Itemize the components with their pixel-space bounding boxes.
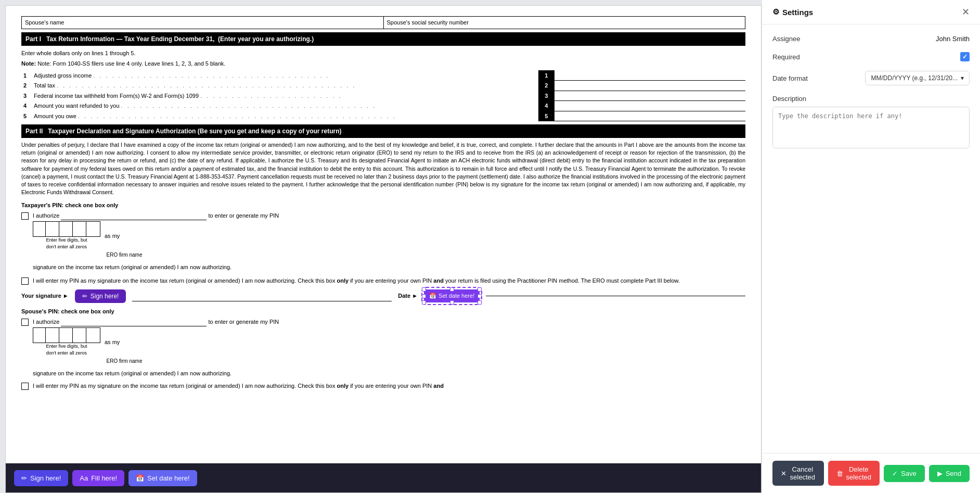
required-row: Required bbox=[772, 52, 970, 61]
pin-box[interactable] bbox=[60, 328, 73, 343]
settings-panel: ⚙ Settings ✕ Assignee John Smith Require… bbox=[762, 0, 980, 493]
required-label: Required bbox=[772, 53, 800, 61]
handle-ml[interactable] bbox=[422, 294, 426, 298]
toolbar-sign-button[interactable]: ✏ Sign here! bbox=[14, 470, 68, 486]
toolbar-sign-label: Sign here! bbox=[30, 474, 61, 482]
sig-line-text-1: signature on the income tax return (orig… bbox=[33, 263, 745, 272]
pin-checkbox-1[interactable] bbox=[21, 212, 29, 220]
sign-here-button[interactable]: ✏ Sign here! bbox=[75, 289, 126, 303]
toolbar-date-button[interactable]: 📅 Set date here! bbox=[128, 470, 197, 486]
toolbar-fill-label: Fill here! bbox=[91, 474, 117, 482]
pin-boxes-area-1: Enter five digits, but don't enter all z… bbox=[33, 221, 100, 251]
assignee-value: John Smith bbox=[936, 35, 970, 43]
date-line bbox=[486, 296, 745, 296]
bottom-toolbar: ✏ Sign here! Aa Fill here! 📅 Set date he… bbox=[6, 463, 761, 492]
declaration-text: Under penalties of perjury, I declare th… bbox=[21, 141, 745, 197]
spouse-ssn-label: Spouse's social security number bbox=[387, 19, 469, 26]
spouse-pin-boxes bbox=[33, 327, 100, 343]
instructions: Enter whole dollars only on lines 1 thro… bbox=[21, 49, 745, 58]
pin-checkbox-2[interactable] bbox=[21, 277, 29, 285]
handle-tl[interactable] bbox=[422, 287, 426, 292]
pin-box[interactable] bbox=[87, 222, 100, 236]
trash-icon: 🗑 bbox=[836, 470, 843, 477]
pin-boxes-1 bbox=[33, 221, 100, 237]
table-row: 5 Amount you owe . . . . . . . . . . . .… bbox=[21, 111, 745, 121]
description-section: Description bbox=[772, 95, 970, 150]
pin-box[interactable] bbox=[74, 328, 86, 343]
description-textarea[interactable] bbox=[772, 107, 970, 148]
part1-header: Part I Tax Return Information — Tax Year… bbox=[21, 32, 745, 46]
settings-title-text: Settings bbox=[782, 8, 813, 17]
pin-note-1: Enter five digits, but don't enter all z… bbox=[41, 237, 93, 251]
handle-bm[interactable] bbox=[450, 300, 454, 305]
assignee-row: Assignee John Smith bbox=[772, 35, 970, 43]
pin-box[interactable] bbox=[74, 222, 86, 236]
handle-mr[interactable] bbox=[478, 294, 482, 298]
spouse-name-cell: Spouse's name bbox=[22, 17, 384, 29]
date-format-value: MM/DD/YYYY (e.g., 12/31/20... bbox=[871, 74, 958, 82]
cancel-selected-button[interactable]: ✕ Cancel selected bbox=[772, 461, 824, 486]
toolbar-calendar-icon: 📅 bbox=[136, 474, 144, 482]
handle-tm[interactable] bbox=[450, 287, 454, 292]
i-authorize-text: I authorize bbox=[33, 212, 59, 219]
send-label: Send bbox=[946, 470, 961, 477]
send-button[interactable]: ▶ Send bbox=[929, 465, 970, 482]
to-enter-pin: to enter or generate my PIN bbox=[209, 212, 279, 219]
ero-label-1: ERO firm name bbox=[51, 251, 197, 259]
handle-br[interactable] bbox=[478, 300, 482, 305]
pencil-icon: ✏ bbox=[82, 293, 87, 300]
toolbar-date-label: Set date here! bbox=[147, 474, 190, 482]
handle-tr[interactable] bbox=[478, 287, 482, 292]
gear-icon: ⚙ bbox=[772, 7, 779, 17]
date-format-select[interactable]: MM/DD/YYYY (e.g., 12/31/20... ▾ bbox=[865, 71, 970, 85]
sign-here-label: Sign here! bbox=[91, 293, 119, 300]
part1-label: Part I bbox=[25, 34, 41, 44]
pin-box[interactable] bbox=[47, 328, 59, 343]
cancel-x-icon: ✕ bbox=[781, 470, 786, 477]
settings-title: ⚙ Settings bbox=[772, 7, 813, 17]
save-label: Save bbox=[901, 470, 917, 477]
spouse-i-authorize: I authorize bbox=[33, 319, 59, 325]
spouse-ero-line bbox=[61, 326, 207, 326]
spouse-pin-checkbox-1[interactable] bbox=[21, 319, 29, 326]
document-area: Spouse's name Spouse's social security n… bbox=[5, 5, 762, 493]
date-format-label: Date format bbox=[772, 74, 808, 82]
spouse-pin-title: Spouse's PIN: check one box only bbox=[21, 307, 745, 316]
spouse-as-my: as my bbox=[105, 338, 120, 347]
part1-subtitle: (Enter year you are authorizing.) bbox=[218, 34, 314, 44]
send-arrow-icon: ▶ bbox=[937, 470, 943, 477]
spouse-pin-checkbox-2[interactable] bbox=[21, 383, 29, 390]
save-check-icon: ✓ bbox=[892, 470, 898, 477]
delete-selected-button[interactable]: 🗑 Delete selected bbox=[828, 461, 880, 486]
pin-box[interactable] bbox=[33, 222, 46, 236]
assignee-label: Assignee bbox=[772, 35, 800, 43]
pin-box[interactable] bbox=[33, 328, 46, 343]
part2-label: Part II bbox=[25, 127, 43, 136]
chevron-down-icon: ▾ bbox=[961, 74, 964, 82]
pin-box[interactable] bbox=[60, 222, 73, 236]
cancel-selected-label: Cancel selected bbox=[790, 465, 816, 481]
spouse-ssn-cell: Spouse's social security number bbox=[384, 17, 745, 29]
date-format-row: Date format MM/DD/YYYY (e.g., 12/31/20..… bbox=[772, 71, 970, 85]
pin-box[interactable] bbox=[87, 328, 100, 343]
part1-title: Tax Return Information — Tax Year Ending… bbox=[46, 34, 214, 44]
toolbar-pencil-icon: ✏ bbox=[21, 474, 27, 482]
taxpayer-pin-section: Taxpayer's PIN: check one box only I aut… bbox=[21, 201, 745, 390]
will-enter-pin-text: I will enter my PIN as my signature on t… bbox=[33, 276, 745, 285]
action-buttons: ✕ Cancel selected 🗑 Delete selected ✓ Sa… bbox=[762, 453, 980, 493]
pin-box[interactable] bbox=[47, 222, 59, 236]
save-button[interactable]: ✓ Save bbox=[884, 465, 925, 482]
settings-close-button[interactable]: ✕ bbox=[962, 7, 970, 17]
settings-header: ⚙ Settings ✕ bbox=[762, 0, 980, 24]
your-signature-label: Your signature ► bbox=[21, 292, 69, 300]
spouse-ero-label: ERO firm name bbox=[51, 357, 197, 365]
table-row: 1 Adjusted gross income . . . . . . . . … bbox=[21, 70, 745, 81]
table-row: 3 Federal income tax withheld from Form(… bbox=[21, 91, 745, 101]
required-checkbox[interactable] bbox=[960, 52, 970, 61]
date-selection-handles bbox=[422, 287, 482, 305]
handle-bl[interactable] bbox=[422, 300, 426, 305]
toolbar-fill-button[interactable]: Aa Fill here! bbox=[72, 470, 124, 486]
spouse-will-enter-text: I will enter my PIN as my signature on t… bbox=[33, 382, 745, 390]
ero-line-1 bbox=[61, 220, 207, 220]
toolbar-fill-icon: Aa bbox=[80, 474, 88, 482]
